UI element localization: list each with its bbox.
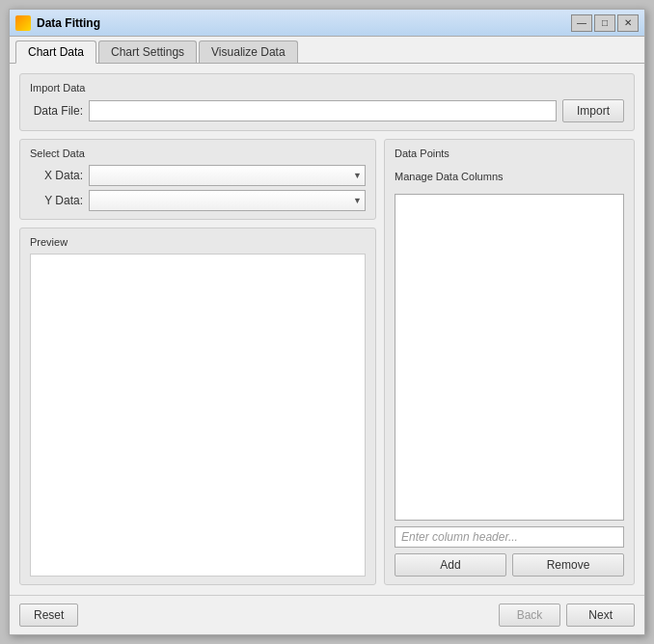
remove-button[interactable]: Remove: [512, 553, 624, 577]
import-button[interactable]: Import: [562, 99, 624, 122]
select-data-title: Select Data: [30, 148, 366, 159]
y-data-row: Y Data: ▼: [30, 190, 366, 211]
y-data-label: Y Data:: [30, 194, 83, 207]
manage-data-title: Manage Data Columns: [395, 171, 624, 182]
manage-data-list: [395, 194, 624, 521]
tab-chart-data[interactable]: Chart Data: [15, 40, 96, 64]
footer-right: Back Next: [499, 604, 635, 627]
data-file-label: Data File:: [30, 104, 83, 118]
main-window: Data Fitting — □ ✕ Chart Data Chart Sett…: [9, 9, 645, 635]
title-bar-controls: — □ ✕: [571, 14, 639, 32]
preview-area: [30, 254, 366, 577]
main-area: Select Data X Data: ▼ Y Data:: [19, 139, 635, 585]
data-points-title: Data Points: [395, 148, 624, 159]
minimize-button[interactable]: —: [571, 14, 592, 32]
tab-visualize-data[interactable]: Visualize Data: [199, 40, 298, 63]
title-bar: Data Fitting — □ ✕: [10, 10, 644, 37]
y-data-dropdown[interactable]: [89, 190, 366, 211]
preview-section: Preview: [19, 228, 376, 585]
window-icon: [15, 15, 31, 31]
next-button[interactable]: Next: [566, 604, 635, 627]
maximize-button[interactable]: □: [594, 14, 615, 32]
x-data-dropdown[interactable]: [89, 165, 366, 186]
import-data-title: Import Data: [30, 82, 624, 94]
data-file-row: Data File: Import: [30, 99, 624, 122]
close-button[interactable]: ✕: [617, 14, 639, 32]
add-button[interactable]: Add: [395, 553, 506, 577]
tab-bar: Chart Data Chart Settings Visualize Data: [10, 37, 644, 64]
reset-button[interactable]: Reset: [19, 604, 78, 627]
tab-content: Import Data Data File: Import Select Dat…: [10, 64, 644, 595]
window-title: Data Fitting: [37, 16, 571, 30]
y-data-dropdown-wrapper: ▼: [89, 190, 366, 211]
x-data-row: X Data: ▼: [30, 165, 366, 186]
x-data-dropdown-wrapper: ▼: [89, 165, 366, 186]
column-header-input[interactable]: [395, 526, 624, 548]
data-points-section: Data Points Manage Data Columns Add Remo…: [384, 139, 635, 585]
footer: Reset Back Next: [10, 595, 644, 634]
x-data-label: X Data:: [30, 169, 83, 182]
left-panel: Select Data X Data: ▼ Y Data:: [19, 139, 376, 585]
data-file-input[interactable]: [89, 100, 557, 121]
select-data-section: Select Data X Data: ▼ Y Data:: [19, 139, 376, 220]
preview-title: Preview: [30, 236, 366, 248]
import-data-section: Import Data Data File: Import: [19, 73, 635, 131]
tab-chart-settings[interactable]: Chart Settings: [98, 40, 197, 63]
add-remove-row: Add Remove: [395, 553, 624, 577]
back-button[interactable]: Back: [499, 604, 561, 627]
right-panel: Data Points Manage Data Columns Add Remo…: [384, 139, 635, 585]
